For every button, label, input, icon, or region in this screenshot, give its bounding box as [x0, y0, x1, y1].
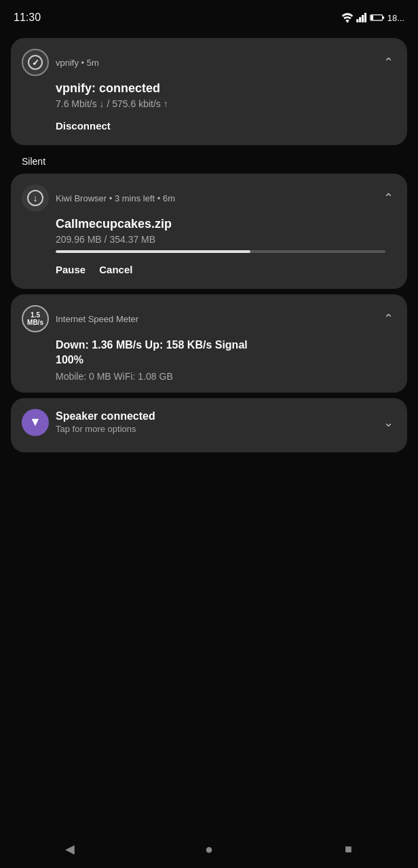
- cancel-button[interactable]: Cancel: [99, 261, 132, 278]
- kiwi-progress-text: 209.96 MB / 354.37 MB: [22, 234, 396, 245]
- svg-rect-1: [359, 17, 361, 22]
- signal-icon: [356, 13, 367, 22]
- speaker-icon: ▼: [22, 409, 49, 436]
- progress-bar-fill: [56, 250, 250, 253]
- status-bar: 11:30 18...: [0, 0, 418, 33]
- download-progress-container: [22, 250, 396, 253]
- speed-icon-label: 1.5MB/s: [27, 311, 43, 326]
- speed-meter-icon: 1.5MB/s: [22, 305, 49, 332]
- svg-rect-3: [364, 13, 366, 22]
- silent-label: Silent: [11, 148, 407, 171]
- svg-rect-5: [382, 16, 384, 18]
- back-button[interactable]: ◀: [50, 835, 90, 863]
- pause-button[interactable]: Pause: [56, 261, 86, 278]
- speed-meter-header-left: 1.5MB/s Internet Speed Meter: [22, 305, 138, 332]
- battery-icon: [370, 13, 385, 22]
- vpnify-header-left: vpnify • 5m: [22, 49, 99, 76]
- speed-meter-header: 1.5MB/s Internet Speed Meter ⌃: [22, 305, 396, 332]
- speed-meter-app-name: Internet Speed Meter: [56, 314, 138, 324]
- kiwi-actions: Pause Cancel: [22, 261, 396, 278]
- speaker-header: ▼ Speaker connected Tap for more options…: [22, 409, 396, 436]
- speaker-expand-button[interactable]: ⌄: [381, 414, 396, 431]
- speed-meter-notification: 1.5MB/s Internet Speed Meter ⌃ Down: 1.3…: [11, 294, 407, 393]
- kiwi-filename: Callmecupcakes.zip: [22, 217, 396, 231]
- checkmark-icon: [28, 55, 43, 70]
- wifi-icon: [341, 13, 354, 22]
- vpnify-collapse-button[interactable]: ⌃: [381, 54, 396, 71]
- vpnify-app-name: vpnify • 5m: [56, 58, 99, 68]
- kiwi-collapse-button[interactable]: ⌃: [381, 189, 396, 207]
- battery-level: 18...: [387, 13, 404, 23]
- speaker-subtitle: Tap for more options: [56, 424, 155, 434]
- kiwi-app-name: Kiwi Browser • 3 mins left • 6m: [56, 193, 175, 203]
- back-icon: ◀: [65, 842, 75, 856]
- recents-icon: ■: [345, 842, 352, 856]
- vpnify-subtitle: 7.6 Mbit/s ↓ / 575.6 kbit/s ↑: [22, 98, 396, 109]
- svg-rect-6: [370, 16, 373, 20]
- speaker-notification[interactable]: ▼ Speaker connected Tap for more options…: [11, 398, 407, 452]
- bottom-nav: ◀ ● ■: [0, 830, 418, 868]
- vpnify-actions: Disconnect: [22, 117, 396, 134]
- speed-meter-data: Mobile: 0 MB WiFi: 1.08 GB: [22, 371, 396, 382]
- recents-button[interactable]: ■: [328, 835, 368, 863]
- vpnify-notification: vpnify • 5m ⌃ vpnify: connected 7.6 Mbit…: [11, 38, 407, 145]
- speaker-header-left: ▼ Speaker connected Tap for more options: [22, 409, 155, 436]
- speaker-title: Speaker connected: [56, 410, 155, 422]
- download-icon: ↓: [27, 190, 43, 206]
- notifications-container: vpnify • 5m ⌃ vpnify: connected 7.6 Mbit…: [0, 33, 418, 458]
- speed-meter-collapse-button[interactable]: ⌃: [381, 310, 396, 328]
- kiwi-header-left: ↓ Kiwi Browser • 3 mins left • 6m: [22, 184, 175, 212]
- home-button[interactable]: ●: [189, 835, 229, 863]
- kiwi-header: ↓ Kiwi Browser • 3 mins left • 6m ⌃: [22, 184, 396, 212]
- speaker-text: Speaker connected Tap for more options: [56, 410, 155, 434]
- vpnify-header: vpnify • 5m ⌃: [22, 49, 396, 76]
- disconnect-button[interactable]: Disconnect: [56, 117, 111, 134]
- svg-rect-2: [362, 15, 364, 22]
- vpnify-title: vpnify: connected: [22, 81, 396, 96]
- svg-rect-0: [356, 19, 358, 22]
- vpnify-icon: [22, 49, 49, 76]
- speed-meter-speed: Down: 1.36 MB/s Up: 158 KB/s Signal 100%: [22, 338, 396, 368]
- speaker-v-icon: ▼: [29, 415, 41, 429]
- home-icon: ●: [205, 842, 213, 857]
- status-time: 11:30: [14, 12, 41, 24]
- status-icons: 18...: [341, 13, 404, 23]
- kiwi-icon: ↓: [22, 184, 49, 212]
- progress-bar-background: [56, 250, 385, 253]
- kiwi-download-notification: ↓ Kiwi Browser • 3 mins left • 6m ⌃ Call…: [11, 174, 407, 289]
